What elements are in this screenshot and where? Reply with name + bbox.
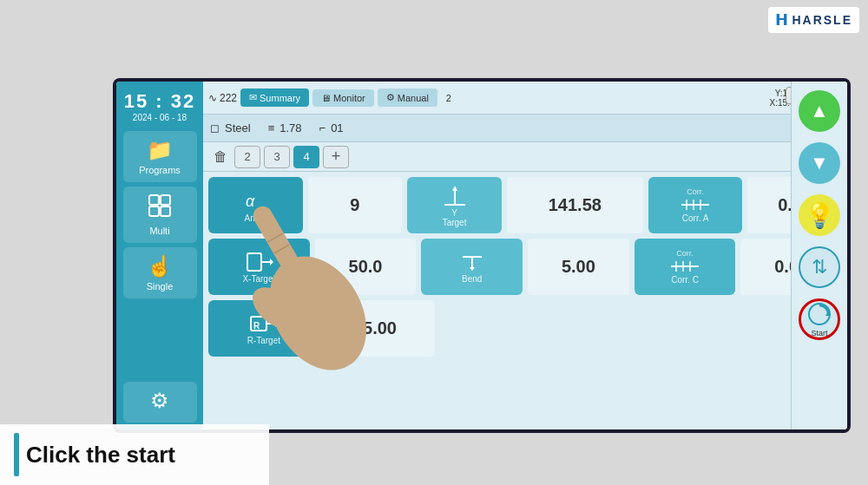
- angle-param[interactable]: α Angle: [208, 177, 303, 233]
- y-target-value-display: 141.58: [507, 177, 643, 233]
- y-target-sublabel: Target: [443, 218, 467, 227]
- corr-c-param[interactable]: Corr. Corr. C: [635, 239, 736, 295]
- corr-a-label: Corr. A: [682, 213, 709, 223]
- x-target-label: X-Target: [242, 274, 275, 284]
- swap-button[interactable]: ⇅: [799, 246, 840, 288]
- top-bar: ∿ 222 ✉ Summary 🖥 Monitor ⚙ Manual: [203, 82, 847, 115]
- bend-param[interactable]: Bend: [421, 239, 523, 295]
- tab-manual[interactable]: ⚙ Manual: [378, 88, 437, 107]
- svg-rect-1: [161, 195, 170, 205]
- harsle-logo-text: HARSLE: [792, 13, 852, 27]
- row1-params: α Angle 9: [208, 177, 842, 233]
- svg-marker-17: [470, 267, 475, 271]
- angle-value: 9: [350, 195, 359, 215]
- bends-icon: ⌐: [319, 121, 326, 134]
- down-icon: ▼: [810, 152, 829, 174]
- x-target-value: 50.0: [349, 257, 383, 277]
- folder-icon: 📁: [147, 138, 173, 162]
- single-icon: ☝: [147, 254, 173, 279]
- x-target-value-display: 50.0: [315, 239, 417, 295]
- bends-value: 01: [331, 121, 343, 134]
- material-value: Steel: [225, 121, 251, 134]
- light-icon: 💡: [805, 201, 835, 230]
- empty-space: [440, 300, 842, 357]
- down-button[interactable]: ▼: [799, 142, 840, 184]
- step-tab-4[interactable]: 4: [293, 146, 319, 168]
- corr-a-icon: [680, 196, 711, 213]
- annotation-accent: [14, 433, 19, 476]
- page-number: 2: [446, 93, 451, 103]
- step-tab-2[interactable]: 2: [234, 146, 260, 168]
- corr-label: Corr.: [687, 187, 704, 196]
- start-label: Start: [811, 329, 827, 338]
- up-button[interactable]: ▲: [799, 90, 840, 132]
- corr-c-label: Corr. C: [671, 275, 699, 285]
- light-button[interactable]: 💡: [799, 194, 840, 236]
- svg-rect-2: [149, 206, 159, 216]
- tab-summary[interactable]: ✉ Summary: [240, 88, 309, 107]
- start-button[interactable]: Start: [799, 298, 840, 340]
- svg-rect-0: [149, 195, 159, 205]
- angle-label: Angle: [245, 213, 267, 223]
- svg-marker-14: [270, 259, 273, 265]
- multi-icon: [148, 193, 172, 223]
- summary-icon: ✉: [249, 92, 257, 103]
- corr-c-icon: [669, 258, 700, 275]
- time-display: 15 : 32 2024 - 06 - 18: [124, 90, 196, 122]
- svg-marker-25: [275, 320, 279, 327]
- row3-params: R R-Target 5.00: [208, 300, 842, 357]
- thickness-icon: ≡: [268, 121, 275, 134]
- start-icon: [806, 301, 832, 327]
- screen-bezel: 15 : 32 2024 - 06 - 18 📁 Programs: [113, 78, 851, 433]
- annotation-text: Click the start: [26, 442, 175, 469]
- step-tabs: 🗑 2 3 4 +: [203, 142, 847, 172]
- tab-monitor[interactable]: 🖥 Monitor: [312, 89, 374, 107]
- right-controls-panel: ▲ ▼ 💡 ⇅: [791, 82, 847, 429]
- y-target-label: Y: [451, 208, 457, 218]
- multi-label: Multi: [149, 226, 169, 236]
- y-target-value: 141.58: [549, 195, 602, 215]
- thickness-info: ≡ 1.78: [268, 121, 302, 134]
- y-target-icon: [441, 184, 469, 208]
- single-label: Single: [147, 281, 174, 292]
- svg-text:α: α: [246, 193, 255, 210]
- mode-value: 222: [220, 92, 237, 104]
- monitor-icon: 🖥: [321, 93, 331, 103]
- step-tab-3[interactable]: 3: [264, 146, 290, 168]
- sidebar-item-programs[interactable]: 📁 Programs: [123, 131, 197, 182]
- r-target-value: 5.00: [363, 318, 397, 338]
- delete-icon[interactable]: 🗑: [210, 146, 231, 168]
- r-target-param[interactable]: R R-Target: [208, 300, 319, 357]
- mode-icon: ∿: [208, 92, 217, 104]
- left-params: α Angle 9: [208, 177, 842, 357]
- bend-label: Bend: [462, 274, 482, 284]
- sidebar-item-multi[interactable]: Multi: [123, 187, 197, 243]
- svg-rect-12: [247, 253, 261, 271]
- x-target-param[interactable]: X-Target: [208, 239, 310, 295]
- bend-value: 5.00: [562, 257, 595, 277]
- sidebar-item-single[interactable]: ☝ Single: [123, 247, 197, 298]
- info-row: ◻ Steel ≡ 1.78 ⌐ 01: [203, 115, 847, 142]
- r-target-icon: R: [249, 311, 279, 336]
- up-icon: ▲: [810, 100, 829, 122]
- manual-icon: ⚙: [386, 92, 395, 103]
- bends-info: ⌐ 01: [319, 121, 344, 134]
- bend-value-display: 5.00: [528, 239, 629, 295]
- bend-icon: [459, 250, 485, 274]
- r-target-label: R-Target: [247, 336, 280, 345]
- svg-text:R: R: [253, 321, 260, 331]
- time: 15 : 32: [124, 90, 196, 113]
- sidebar-item-settings[interactable]: ⚙: [123, 382, 197, 423]
- harsle-logo: 𝗛 HARSLE: [768, 7, 859, 33]
- angle-icon: α: [242, 187, 268, 213]
- y-target-param[interactable]: Y Target: [407, 177, 502, 233]
- sidebar: 15 : 32 2024 - 06 - 18 📁 Programs: [116, 82, 203, 429]
- corr-a-param[interactable]: Corr. Corr. A: [648, 177, 743, 233]
- material-info: ◻ Steel: [210, 121, 251, 134]
- settings-icon: ⚙: [150, 389, 169, 413]
- step-tab-add[interactable]: +: [323, 146, 349, 168]
- r-target-value-display: 5.00: [325, 300, 436, 357]
- harsle-logo-icon: 𝗛: [775, 10, 788, 29]
- corr-c-corr-label: Corr.: [676, 249, 694, 258]
- swap-icon: ⇅: [812, 256, 827, 279]
